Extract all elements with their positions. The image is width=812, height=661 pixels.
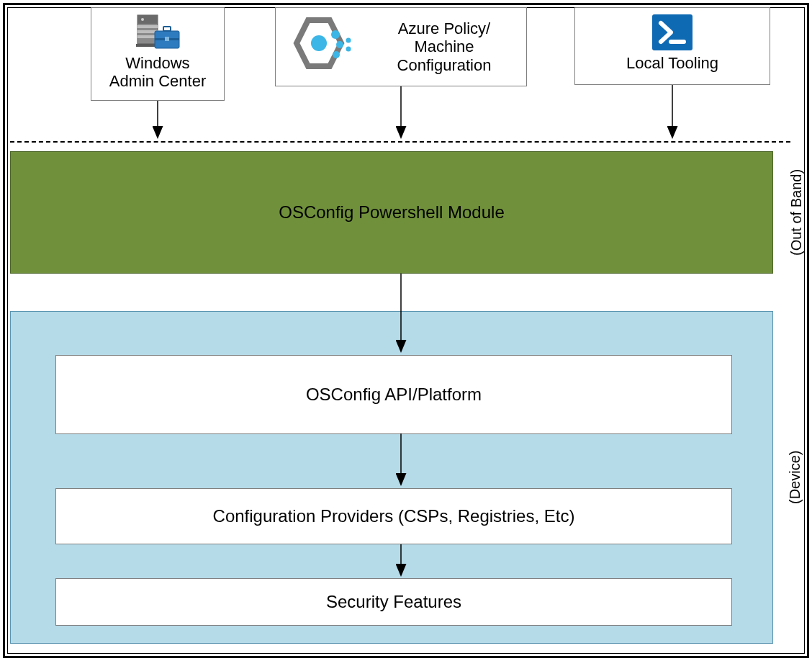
osconfig-module-label: OSConfig Powershell Module bbox=[279, 202, 505, 222]
security-features-layer: Security Features bbox=[55, 578, 732, 626]
svg-point-13 bbox=[331, 30, 340, 39]
svg-point-12 bbox=[311, 35, 327, 51]
top-item-label: Windows Admin Center bbox=[109, 54, 207, 91]
azure-policy-icon bbox=[283, 13, 362, 81]
device-container: OSConfig API/Platform Configuration Prov… bbox=[10, 311, 773, 644]
powershell-icon bbox=[649, 11, 695, 54]
svg-rect-10 bbox=[165, 37, 169, 41]
osconfig-api-layer: OSConfig API/Platform bbox=[55, 355, 732, 434]
config-providers-label: Configuration Providers (CSPs, Registrie… bbox=[213, 506, 575, 526]
security-features-label: Security Features bbox=[326, 592, 461, 612]
side-label-device: (Device) bbox=[787, 311, 803, 644]
top-item-label: Local Tooling bbox=[626, 54, 718, 72]
osconfig-module-layer: OSConfig Powershell Module bbox=[10, 151, 773, 274]
top-item-azure-policy: Azure Policy/ Machine Configuration bbox=[275, 7, 527, 86]
svg-point-17 bbox=[346, 47, 351, 52]
svg-point-2 bbox=[141, 18, 144, 21]
server-briefcase-icon bbox=[132, 11, 184, 54]
svg-point-16 bbox=[346, 38, 351, 43]
svg-point-15 bbox=[333, 51, 340, 58]
top-item-label: Azure Policy/ Machine Configuration bbox=[369, 19, 519, 74]
dashed-separator bbox=[10, 141, 790, 143]
svg-rect-3 bbox=[137, 25, 158, 28]
side-label-out-of-band: (Out of Band) bbox=[788, 151, 805, 274]
osconfig-api-label: OSConfig API/Platform bbox=[306, 385, 482, 405]
svg-rect-8 bbox=[163, 27, 171, 31]
config-providers-layer: Configuration Providers (CSPs, Registrie… bbox=[55, 488, 732, 544]
top-item-windows-admin-center: Windows Admin Center bbox=[91, 7, 225, 101]
svg-point-14 bbox=[336, 41, 343, 48]
top-item-local-tooling: Local Tooling bbox=[574, 7, 770, 85]
svg-rect-1 bbox=[137, 15, 158, 24]
